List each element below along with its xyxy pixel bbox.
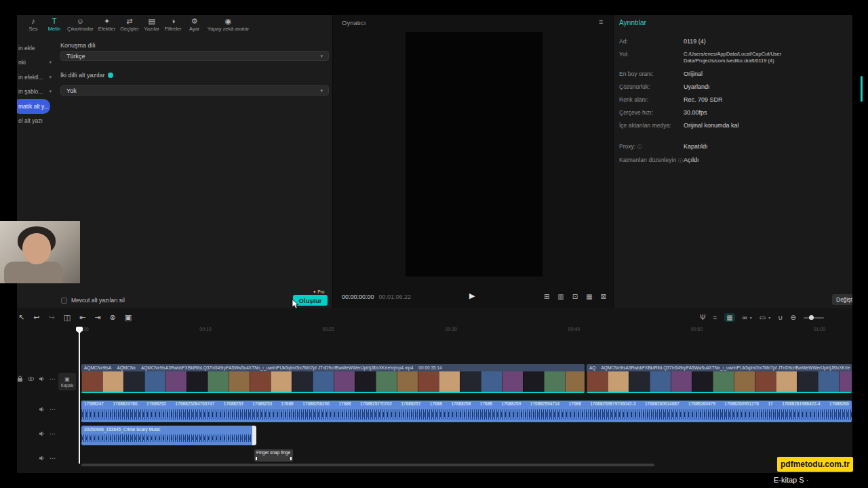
main-toolbar: ♪Ses TMetin ☺Çıkartmalar ✦Efektler ⇄Geçi… (17, 15, 332, 35)
sidebar-item-label: in şablo... (18, 88, 43, 95)
magnet-icon[interactable]: ∪ (778, 314, 783, 321)
topbar-item-cikartmalar[interactable]: ☺Çıkartmalar (67, 17, 94, 32)
text-sidebar: in ekle nki▾ in efektl...▾ in şablo...▾ … (17, 41, 55, 128)
zoom-out-icon[interactable]: ⊖ (791, 314, 796, 321)
language-label: Konuşma dili (60, 42, 96, 49)
speaker-icon[interactable] (39, 406, 45, 413)
edge-scrollbar[interactable] (861, 76, 863, 102)
audio-clip-name: 1768825770702 (360, 401, 392, 407)
detail-label: Proxy:ⓘ (619, 143, 684, 150)
speaker-icon[interactable] (39, 455, 45, 462)
topbar-item-gecisler[interactable]: ⇄Geçişler (120, 17, 139, 32)
ruler-tick: 00:50 (691, 327, 703, 335)
play-button[interactable]: ▶ (469, 291, 475, 300)
audio-icon: ♪ (31, 17, 35, 25)
delete-existing-checkbox[interactable] (61, 298, 67, 304)
more-options-icon[interactable]: ⋯ (50, 455, 56, 462)
chevron-down-icon: ▾ (49, 60, 52, 65)
captions-icon: ▤ (149, 17, 155, 25)
eye-icon[interactable] (28, 376, 34, 382)
topbar-item-yazilar[interactable]: ▤Yazılar (144, 17, 160, 32)
screen: ♪Ses TMetin ☺Çıkartmalar ✦Efektler ⇄Geçi… (0, 0, 868, 488)
detail-value: Orijinal (684, 70, 703, 77)
sidebar-item-metin-sablonu[interactable]: in şablo...▾ (17, 85, 55, 100)
sidebar-item-yerel-altyazi[interactable]: el alt yazı (17, 114, 55, 129)
pointer-select-icon[interactable]: ↖ (18, 313, 24, 322)
music-clip[interactable]: 20250906_153645_Crime Scary Music (81, 426, 256, 445)
grid-icon[interactable]: ▦ (586, 293, 592, 300)
zoom-slider-knob[interactable] (809, 315, 814, 320)
topbar-item-ayar[interactable]: ⚙Ayar (186, 17, 203, 32)
language-select[interactable]: Türkçe ▾ (60, 51, 329, 61)
detail-row: En boy oranı:Orijinal (619, 70, 848, 77)
audio-track-clips[interactable]: 1768824717688247861768825217688252847637… (81, 401, 852, 422)
topbar-item-metin[interactable]: TMetin (46, 17, 62, 32)
more-options-icon[interactable]: ⋯ (50, 406, 56, 413)
topbar-item-ai-avatar[interactable]: ◉Yapay zekâ avatar (208, 17, 250, 32)
audio-clip-name: 17688256206 (302, 401, 330, 407)
crop-icon[interactable]: ⊡ (572, 293, 578, 300)
details-title: Ayrıntılar (619, 19, 646, 26)
audio-clip-name: 17688259 (501, 401, 521, 407)
mirror-icon[interactable]: ▥ (557, 293, 564, 300)
watermark-caption: E-kitap S · (774, 476, 808, 484)
lock-icon[interactable] (17, 375, 23, 382)
sidebar-item-metin-efektleri[interactable]: in efektl...▾ (17, 70, 55, 85)
more-options-icon[interactable]: ⋯ (50, 430, 56, 437)
sidebar-item-metin-ekle[interactable]: in ekle (17, 41, 55, 56)
audio-clip-name: 17688260614687 (645, 401, 679, 407)
link-icon[interactable]: ∞ (743, 314, 747, 321)
audio-clip-name: 17688260479 (688, 401, 715, 407)
detail-label: Yol: (619, 51, 684, 64)
effects-icon: ✦ (104, 17, 110, 25)
topbar-item-label: Filtreler (165, 26, 182, 32)
undo-icon[interactable]: ↩ (33, 313, 39, 322)
clip-trim-handle[interactable] (252, 426, 256, 445)
ruler-tick: 00:40 (568, 327, 580, 335)
fullscreen-icon[interactable]: ⊠ (601, 293, 606, 300)
audio-clip-name: 17688257 (401, 401, 420, 407)
audio-wave-icon[interactable]: ≈ (713, 314, 717, 321)
mark-icon[interactable]: ▣ (125, 313, 132, 322)
ruler-tick: 00:30 (445, 327, 457, 335)
clip-menu-icon[interactable]: ▭ (760, 314, 766, 321)
topbar-item-ses[interactable]: ♪Ses (25, 17, 41, 32)
scale-icon[interactable]: ⊞ (544, 293, 549, 300)
video-clip[interactable]: AQMCNx9tsA AQMCNx AQMCNx9tsA3RwbbFXBkIRl… (81, 364, 585, 393)
detail-label: İçe aktarılan medya: (619, 122, 684, 129)
audio-clip-names: 1768824717688247861768825217688252847637… (81, 401, 852, 407)
music-track-controls: ⋯ (17, 430, 78, 437)
more-options-icon[interactable]: ⋯ (50, 375, 56, 382)
bilingual-label-text: İki dilli alt yazılar (60, 72, 105, 79)
topbar-item-efektler[interactable]: ✦Efektler (98, 17, 115, 32)
timeline-ruler[interactable]: 00:0000:1000:2000:3000:4000:5001:00 (83, 327, 831, 335)
playhead[interactable] (79, 327, 80, 464)
speaker-icon[interactable] (39, 375, 45, 382)
keyframe-tick (290, 457, 292, 460)
sidebar-item-trend[interactable]: nki▾ (17, 56, 55, 70)
player-menu-icon[interactable]: ≡ (599, 18, 603, 26)
zoom-slider[interactable] (804, 317, 824, 319)
video-preview[interactable] (406, 32, 542, 277)
pro-badge: ✦ Pro (313, 289, 324, 295)
delete-left-icon[interactable]: ⇤ (79, 313, 85, 322)
delete-icon[interactable]: ⊗ (110, 313, 116, 322)
delete-right-icon[interactable]: ⇥ (94, 313, 100, 322)
cover-button[interactable]: ▣ Kapak (58, 373, 76, 390)
auto-captions-icon[interactable]: ▦ (724, 313, 734, 322)
sidebar-item-otomatik-altyazi[interactable]: matik alt y... (17, 99, 50, 114)
bilingual-select[interactable]: Yok ▾ (60, 85, 329, 96)
split-icon[interactable]: ◫ (64, 313, 71, 322)
text-clip-label: Finger snap finge (254, 449, 293, 455)
detail-row: Yol:C:/Users/enes/AppData/Local/CapCut/U… (619, 51, 848, 64)
topbar-item-filtreler[interactable]: ◑Filtreler (165, 17, 182, 32)
text-clip[interactable]: Finger snap finge (254, 449, 293, 462)
speaker-icon[interactable] (39, 430, 45, 437)
detail-value: Açıldı (684, 157, 699, 164)
redo-icon[interactable]: ↪ (48, 313, 54, 322)
timeline-horizontal-scrollbar[interactable] (81, 464, 654, 466)
detail-value: 0119 (4) (684, 38, 706, 45)
video-clip[interactable]: AQ AQMCNx9tsA3RwbbFXBkIRlbLQ37ln549rpFA5… (587, 364, 852, 393)
mic-icon[interactable]: Ψ (700, 314, 705, 321)
change-button[interactable]: Değişt (832, 294, 852, 305)
